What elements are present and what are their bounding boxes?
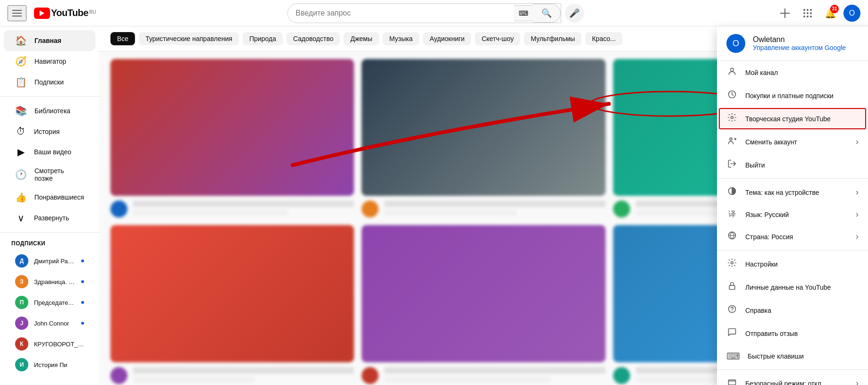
subscription-item-5[interactable]: К КРУГОВОРОТ_ДАЧ...: [4, 334, 95, 354]
svg-rect-1: [784, 8, 785, 18]
sidebar-divider-2: [0, 232, 99, 233]
library-icon: 📚: [15, 105, 27, 117]
switch-account-icon: [726, 136, 738, 148]
menu-item-purchases[interactable]: Покупки и платные подписки: [717, 84, 868, 107]
menu-item-help[interactable]: Справка: [717, 299, 868, 322]
subscription-item-2[interactable]: З Здравница. Осно...: [4, 271, 95, 292]
shortcuts-icon: ⌨: [726, 351, 740, 362]
search-bar: ⌨ 🔍: [287, 3, 561, 23]
video-card-4[interactable]: [110, 225, 354, 384]
privacy-icon: [726, 281, 738, 293]
svg-rect-18: [729, 285, 735, 289]
header-left: YouTube RU: [8, 5, 96, 21]
video-channel-4: [133, 377, 255, 382]
menu-button[interactable]: [8, 5, 26, 21]
video-thumbnail-4: [110, 225, 354, 362]
apps-button[interactable]: [798, 4, 817, 23]
menu-item-language[interactable]: 译 Язык: Русский ›: [717, 204, 868, 225]
user-avatar-button[interactable]: O: [843, 5, 860, 22]
chip-jazz[interactable]: Джемы: [344, 32, 379, 45]
menu-item-safe-mode[interactable]: Безопасный режим: откл. ›: [717, 372, 868, 385]
video-meta-2: [362, 201, 605, 218]
sidebar-label-home: Главная: [34, 37, 61, 44]
sidebar-label-history: История: [34, 128, 59, 135]
menu-item-privacy[interactable]: Личные данные на YouTube: [717, 276, 868, 299]
menu-item-studio[interactable]: Творческая студия YouTube: [717, 107, 868, 130]
sub-name-1: Дмитрий Раевск...: [34, 258, 76, 265]
mic-button[interactable]: 🎤: [565, 4, 584, 23]
studio-icon: [726, 113, 738, 125]
studio-label: Творческая студия YouTube: [745, 115, 859, 123]
svg-point-20: [732, 310, 733, 311]
sidebar-label-your-videos: Ваши видео: [34, 148, 71, 156]
menu-item-settings[interactable]: Настройки: [717, 252, 868, 276]
sub-avatar-4: J: [15, 317, 28, 330]
sidebar-item-your-videos[interactable]: ▶ Ваши видео: [4, 142, 95, 162]
sidebar-item-watch-later[interactable]: 🕐 Смотреть позже: [4, 162, 95, 187]
purchases-label: Покупки и платные подписки: [745, 92, 859, 100]
youtube-logo[interactable]: YouTube RU: [34, 8, 96, 19]
feedback-label: Отправить отзыв: [745, 330, 859, 337]
sidebar-item-liked[interactable]: 👍 Понравившиеся: [4, 187, 95, 208]
country-label: Страна: Россия: [745, 233, 848, 241]
sub-name-6: История Пи: [34, 361, 84, 368]
menu-item-country[interactable]: Страна: Россия ›: [717, 225, 868, 248]
chip-audiobooks[interactable]: Аудиокниги: [423, 32, 471, 45]
menu-item-theme[interactable]: Тема: как на устройстве ›: [717, 181, 868, 204]
subscriptions-icon: 📋: [15, 76, 27, 88]
search-input[interactable]: [288, 5, 514, 21]
sidebar-item-subscriptions[interactable]: 📋 Подписки: [4, 72, 95, 92]
chip-gardening[interactable]: Садоводство: [287, 32, 340, 45]
video-card-2[interactable]: [362, 59, 605, 218]
keyboard-button[interactable]: ⌨: [514, 5, 533, 21]
sidebar-item-library[interactable]: 📚 Библиотека: [4, 100, 95, 121]
menu-item-shortcuts[interactable]: ⌨ Быстрые клавиши: [717, 345, 868, 368]
menu-item-logout[interactable]: Выйти: [717, 153, 868, 176]
sidebar-item-explore[interactable]: 🧭 Навигатор: [4, 51, 95, 72]
video-card-5[interactable]: [362, 225, 605, 384]
sidebar-item-expand[interactable]: ∨ Развернуть: [4, 208, 95, 228]
liked-icon: 👍: [15, 192, 27, 203]
sub-dot-1: [81, 259, 84, 262]
sidebar-item-history[interactable]: ⏱ История: [4, 121, 95, 142]
theme-label: Тема: как на устройстве: [745, 189, 848, 196]
sidebar: 🏠 Главная 🧭 Навигатор 📋 Подписки 📚 Библи…: [0, 26, 99, 385]
svg-point-7: [810, 12, 812, 14]
chip-cartoons[interactable]: Мультфильмы: [524, 32, 581, 45]
sub-dot-2: [81, 280, 84, 283]
menu-avatar: O: [726, 34, 745, 53]
settings-icon: [726, 258, 738, 270]
chip-music[interactable]: Музыка: [383, 32, 420, 45]
video-card-1[interactable]: [110, 59, 354, 218]
notifications-button[interactable]: 🔔 31: [821, 4, 840, 23]
explore-icon: 🧭: [15, 56, 27, 67]
svg-point-3: [807, 9, 809, 11]
search-button[interactable]: 🔍: [533, 4, 561, 23]
header: YouTube RU ⌨ 🔍 🎤 🔔 31 O: [0, 0, 868, 26]
menu-item-my-channel[interactable]: Мой канал: [717, 61, 868, 84]
video-info-4: [133, 367, 354, 384]
chip-beauty[interactable]: Красо...: [585, 32, 622, 45]
menu-header: O Owletann Управление аккаунтом Google: [717, 26, 868, 61]
subscription-item-3[interactable]: П Председатель СНТ: [4, 292, 95, 313]
chip-sketch[interactable]: Скетч-шоу: [475, 32, 520, 45]
sidebar-item-home[interactable]: 🏠 Главная: [4, 30, 95, 51]
help-label: Справка: [745, 307, 859, 314]
sub-dot-3: [81, 301, 84, 304]
video-meta-4: [110, 367, 354, 384]
chip-all[interactable]: Все: [110, 32, 135, 45]
subscriptions-section-title: ПОДПИСКИ: [0, 236, 99, 251]
chip-travel[interactable]: Туристические направления: [139, 32, 239, 45]
manage-google-account-link[interactable]: Управление аккаунтом Google: [753, 44, 846, 51]
menu-item-feedback[interactable]: Отправить отзыв: [717, 322, 868, 345]
chip-nature[interactable]: Природа: [243, 32, 283, 45]
create-button[interactable]: [775, 4, 794, 23]
subscription-item-6[interactable]: И История Пи: [4, 354, 95, 375]
menu-item-switch-account[interactable]: Сменить аккаунт ›: [717, 130, 868, 153]
svg-point-4: [810, 9, 812, 11]
subscription-item-4[interactable]: J John Connor: [4, 313, 95, 334]
help-icon: [726, 304, 738, 316]
subscription-item-1[interactable]: Д Дмитрий Раевск...: [4, 251, 95, 271]
svg-point-9: [807, 16, 809, 17]
menu-user-info: Owletann Управление аккаунтом Google: [753, 35, 846, 51]
